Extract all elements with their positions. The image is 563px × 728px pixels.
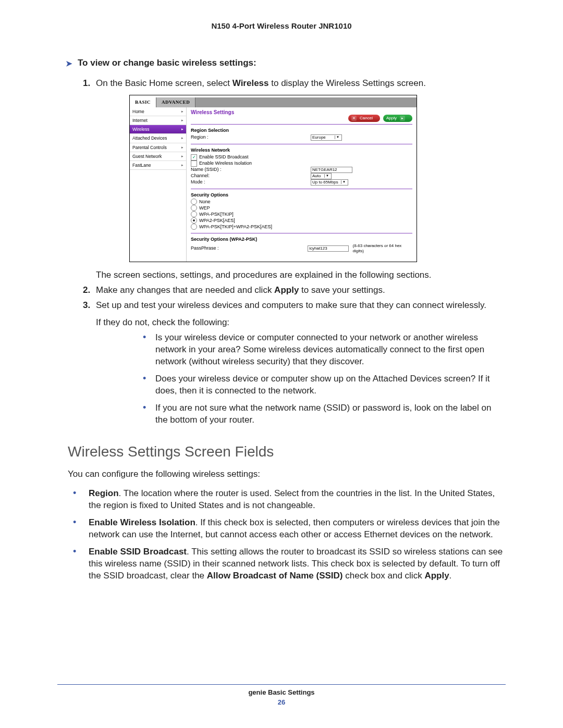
field-ssid-bold2: Allow Broadcast of Name (SSID)	[207, 571, 343, 581]
nav-parental-controls[interactable]: Parental Controls▸	[130, 143, 186, 152]
check-bullet-1: Is your wireless device or computer conn…	[143, 332, 506, 368]
security-heading: Security Options	[191, 192, 412, 198]
radio-mixed[interactable]	[191, 224, 197, 230]
sec-none-label: None	[199, 199, 211, 205]
isolation-checkbox[interactable]	[191, 161, 197, 167]
nav-home-label: Home	[132, 109, 144, 114]
mode-label: Mode :	[191, 179, 311, 185]
page-footer: genie Basic Settings 26	[57, 684, 506, 707]
ssid-broadcast-row[interactable]: Enable SSID Broadcast	[191, 154, 412, 161]
passphrase-heading: Security Options (WPA2-PSK)	[191, 237, 412, 242]
step-2: Make any changes that are needed and cli…	[93, 285, 506, 297]
field-ssid-bold3: Apply	[424, 571, 449, 581]
cancel-button[interactable]: ✕ Cancel	[348, 115, 380, 122]
footer-page-number: 26	[57, 698, 506, 707]
step-3: Set up and test your wireless devices an…	[93, 300, 506, 426]
field-ssid-broadcast: Enable SSID Broadcast. This setting allo…	[73, 546, 506, 582]
procedure-heading-text: To view or change basic wireless setting…	[78, 57, 256, 69]
tab-bar: BASIC ADVANCED	[130, 97, 417, 107]
tab-basic[interactable]: BASIC	[130, 97, 156, 107]
step-1: On the Basic Home screen, select Wireles…	[93, 78, 506, 281]
channel-value: Auto	[312, 174, 321, 179]
chevron-right-icon: ▸	[181, 163, 183, 167]
sec-wpa-tkip[interactable]: WPA-PSK[TKIP]	[191, 211, 412, 217]
passphrase-label: PassPhrase :	[191, 245, 308, 251]
chevron-down-icon: ▼	[324, 174, 330, 178]
check-bullet-3: If you are not sure what the network nam…	[143, 402, 506, 426]
region-value: Europe	[312, 135, 326, 140]
side-nav: Home▸ Internet▸ Wireless▸ Attached Devic…	[130, 107, 187, 262]
chevron-right-icon: ▸	[181, 154, 183, 158]
section-intro: You can configure the following wireless…	[68, 468, 506, 480]
isolation-row[interactable]: Enable Wireless Isolation	[191, 161, 412, 167]
channel-select[interactable]: Auto ▼	[311, 173, 332, 179]
radio-wpa-tkip[interactable]	[191, 211, 197, 217]
region-label: Region :	[191, 134, 311, 140]
nav-attached-devices[interactable]: Attached Devices▸	[130, 134, 186, 143]
sec-wep-label: WEP	[199, 205, 210, 211]
nav-guest-label: Guest Network	[132, 154, 162, 159]
sec-wpa2-aes-label: WPA2-PSK[AES]	[199, 218, 235, 224]
nav-fastlane[interactable]: FastLane▸	[130, 161, 186, 170]
step1-bold: Wireless	[232, 78, 269, 88]
ssid-name-input[interactable]: NETGEAR12	[311, 167, 352, 173]
field-region: Region. The location where the router is…	[73, 488, 506, 512]
region-select[interactable]: Europe ▼	[311, 134, 342, 141]
footer-chapter: genie Basic Settings	[57, 688, 506, 697]
chevron-down-icon: ▼	[335, 135, 340, 139]
nav-wireless[interactable]: Wireless▸	[130, 125, 186, 134]
field-region-rest: . The location where the router is used.…	[89, 488, 495, 510]
nav-attached-label: Attached Devices	[132, 135, 167, 141]
nav-internet-label: Internet	[132, 118, 148, 123]
nav-internet[interactable]: Internet▸	[130, 116, 186, 125]
field-ssid-bold: Enable SSID Broadcast	[89, 547, 187, 557]
radio-wep[interactable]	[191, 205, 197, 211]
passphrase-input[interactable]: icyhat123	[308, 245, 348, 252]
settings-pane: Wireless Settings ✕ Cancel Apply ▸	[187, 107, 417, 262]
wireless-network-heading: Wireless Network	[191, 147, 412, 153]
mode-value: Up to 65Mbps	[312, 180, 338, 185]
step1-post: to display the Wireless Settings screen.	[269, 78, 426, 88]
nav-parental-label: Parental Controls	[132, 145, 167, 150]
sec-wpa-tkip-label: WPA-PSK[TKIP]	[199, 212, 234, 217]
field-ssid-post: .	[449, 571, 452, 581]
step1-pre: On the Basic Home screen, select	[96, 78, 232, 88]
region-heading: Region Selection	[191, 128, 412, 133]
chevron-down-icon: ▼	[341, 180, 347, 184]
check-bullet-2: Does your wireless device or computer sh…	[143, 373, 506, 397]
check-intro: If they do not, check the following:	[96, 317, 506, 329]
chevron-right-icon: ▸	[181, 145, 183, 150]
nav-guest-network[interactable]: Guest Network▸	[130, 152, 186, 161]
ssid-broadcast-label: Enable SSID Broadcast	[199, 154, 249, 160]
chevron-right-icon: ▸	[181, 118, 183, 122]
page-header: N150 4-Port Wireless Router JNR1010	[57, 21, 506, 31]
chevron-right-icon: ▸	[181, 136, 183, 140]
cancel-button-label: Cancel	[360, 116, 373, 121]
channel-label: Channel:	[191, 173, 311, 179]
sec-mixed-label: WPA-PSK[TKIP]+WPA2-PSK[AES]	[199, 224, 272, 230]
chevron-right-icon: ➤	[66, 58, 72, 69]
post-screenshot-text: The screen sections, settings, and proce…	[96, 269, 506, 281]
step2-bold: Apply	[274, 285, 299, 295]
section-heading: Wireless Settings Screen Fields	[68, 442, 506, 462]
field-region-bold: Region	[89, 488, 119, 498]
ssid-broadcast-checkbox[interactable]	[191, 154, 197, 161]
apply-button-label: Apply	[386, 116, 397, 121]
sec-wep[interactable]: WEP	[191, 205, 412, 211]
step2-post: to save your settings.	[299, 285, 385, 295]
radio-wpa2-aes[interactable]	[191, 217, 197, 224]
tab-advanced[interactable]: ADVANCED	[156, 97, 195, 107]
close-icon: ✕	[351, 116, 357, 121]
mode-select[interactable]: Up to 65Mbps ▼	[311, 179, 348, 186]
sec-mixed[interactable]: WPA-PSK[TKIP]+WPA2-PSK[AES]	[191, 224, 412, 230]
sec-wpa2-aes[interactable]: WPA2-PSK[AES]	[191, 217, 412, 224]
radio-none[interactable]	[191, 199, 197, 205]
isolation-label: Enable Wireless Isolation	[199, 161, 252, 166]
sec-none[interactable]: None	[191, 199, 412, 205]
step2-pre: Make any changes that are needed and cli…	[96, 285, 274, 295]
procedure-heading: ➤ To view or change basic wireless setti…	[66, 57, 506, 69]
nav-home[interactable]: Home▸	[130, 107, 186, 116]
passphrase-note: (8-63 characters or 64 hex digits)	[353, 243, 413, 253]
chevron-right-icon: ▸	[181, 109, 183, 114]
apply-button[interactable]: Apply ▸	[383, 115, 412, 122]
